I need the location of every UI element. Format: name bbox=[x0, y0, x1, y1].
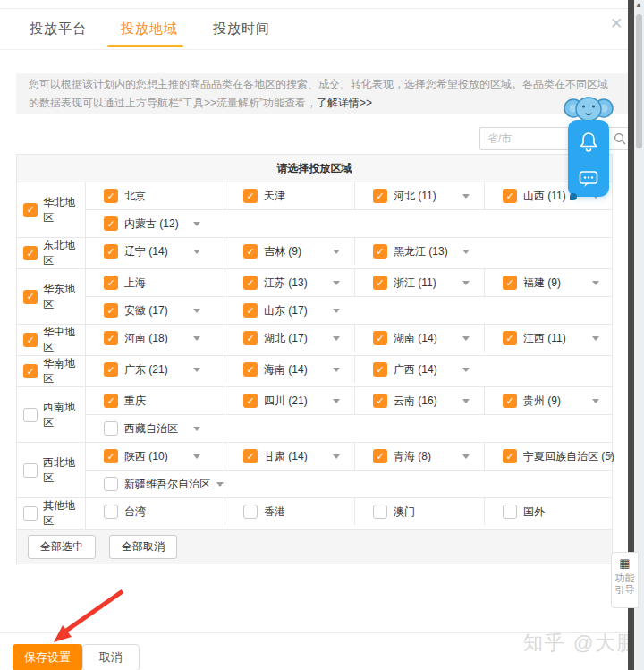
checkbox-checked[interactable] bbox=[23, 364, 38, 378]
checkbox-checked[interactable] bbox=[243, 394, 258, 408]
checkbox-unchecked[interactable] bbox=[23, 506, 38, 521]
province-label: 江苏 (13) bbox=[264, 276, 326, 291]
checkbox-checked[interactable] bbox=[243, 276, 258, 290]
checkbox-unchecked[interactable] bbox=[373, 505, 387, 519]
dropdown-caret-icon[interactable] bbox=[462, 454, 470, 459]
checkbox-checked[interactable] bbox=[503, 189, 517, 203]
checkbox-checked[interactable] bbox=[243, 331, 258, 345]
checkbox-checked[interactable] bbox=[23, 290, 38, 304]
checkbox-checked[interactable] bbox=[503, 394, 517, 408]
feature-guide-button[interactable]: ▦ 功能引导 bbox=[611, 552, 639, 608]
dropdown-caret-icon[interactable] bbox=[193, 222, 200, 226]
checkbox-checked[interactable] bbox=[373, 331, 387, 345]
dropdown-caret-icon[interactable] bbox=[462, 336, 470, 341]
dropdown-caret-icon[interactable] bbox=[333, 250, 340, 254]
select-all-button[interactable]: 全部选中 bbox=[28, 535, 96, 559]
dropdown-caret-icon[interactable] bbox=[592, 399, 599, 403]
dropdown-caret-icon[interactable] bbox=[462, 281, 470, 285]
checkbox-checked[interactable] bbox=[23, 333, 38, 347]
province-label: 福建 (9) bbox=[523, 276, 586, 291]
dropdown-caret-icon[interactable] bbox=[592, 281, 599, 285]
checkbox-checked[interactable] bbox=[373, 449, 387, 463]
dropdown-caret-icon[interactable] bbox=[592, 336, 599, 341]
dropdown-caret-icon[interactable] bbox=[462, 194, 470, 199]
checkbox-checked[interactable] bbox=[503, 276, 517, 290]
dropdown-caret-icon[interactable] bbox=[462, 399, 470, 403]
checkbox-checked[interactable] bbox=[243, 244, 258, 259]
province-cell: 江苏 (13) bbox=[225, 269, 354, 296]
checkbox-checked[interactable] bbox=[373, 244, 387, 259]
checkbox-checked[interactable] bbox=[104, 189, 118, 203]
checkbox-checked[interactable] bbox=[243, 303, 258, 318]
dropdown-caret-icon[interactable] bbox=[333, 399, 340, 403]
dropdown-caret-icon[interactable] bbox=[216, 482, 224, 487]
province-cell: 江西 (11) bbox=[484, 325, 614, 352]
dropdown-caret-icon[interactable] bbox=[333, 368, 340, 372]
checkbox-unchecked[interactable] bbox=[243, 505, 258, 519]
bell-icon[interactable] bbox=[579, 131, 598, 152]
dropdown-caret-icon[interactable] bbox=[333, 281, 340, 285]
checkbox-checked[interactable] bbox=[503, 449, 517, 463]
checkbox-checked[interactable] bbox=[104, 276, 118, 290]
tab-platform[interactable]: 投放平台 bbox=[30, 21, 87, 38]
scrollbar-up-arrow[interactable]: ▲ bbox=[635, 2, 642, 9]
checkbox-checked[interactable] bbox=[243, 362, 258, 377]
province-label: 云南 (16) bbox=[394, 394, 456, 409]
province-line: 重庆四川 (21)云南 (16)贵州 (9) bbox=[86, 387, 612, 414]
dropdown-caret-icon[interactable] bbox=[333, 309, 340, 313]
province-cell: 新疆维吾尔自治区 bbox=[86, 471, 225, 497]
tab-time[interactable]: 投放时间 bbox=[213, 21, 270, 38]
dropdown-caret-icon[interactable] bbox=[333, 454, 340, 459]
dropdown-caret-icon[interactable] bbox=[193, 454, 200, 459]
empty-cell bbox=[484, 356, 612, 383]
province-label: 湖南 (14) bbox=[394, 331, 456, 346]
cancel-button[interactable]: 取消 bbox=[82, 644, 140, 670]
chat-icon[interactable] bbox=[578, 168, 599, 190]
checkbox-checked[interactable] bbox=[243, 189, 258, 203]
province-cell: 吉林 (9) bbox=[225, 238, 354, 265]
province-label: 内蒙古 (12) bbox=[124, 216, 187, 232]
scrollbar-thumb[interactable] bbox=[636, 14, 642, 148]
checkbox-checked[interactable] bbox=[104, 449, 118, 463]
checkbox-checked[interactable] bbox=[104, 244, 118, 259]
checkbox-unchecked[interactable] bbox=[23, 408, 38, 422]
checkbox-checked[interactable] bbox=[104, 303, 118, 318]
province-cell: 西藏自治区 bbox=[86, 415, 225, 442]
checkbox-checked[interactable] bbox=[373, 189, 387, 203]
dropdown-caret-icon[interactable] bbox=[193, 309, 200, 313]
checkbox-checked[interactable] bbox=[373, 394, 387, 408]
dropdown-caret-icon[interactable] bbox=[193, 250, 200, 254]
dropdown-caret-icon[interactable] bbox=[193, 427, 200, 431]
checkbox-checked[interactable] bbox=[23, 246, 38, 260]
checkbox-unchecked[interactable] bbox=[104, 421, 118, 436]
checkbox-unchecked[interactable] bbox=[104, 505, 118, 519]
checkbox-checked[interactable] bbox=[373, 362, 387, 377]
checkbox-unchecked[interactable] bbox=[503, 505, 517, 519]
checkbox-checked[interactable] bbox=[243, 449, 258, 463]
checkbox-checked[interactable] bbox=[104, 331, 118, 345]
save-settings-button[interactable]: 保存设置 bbox=[13, 644, 82, 670]
checkbox-unchecked[interactable] bbox=[23, 463, 38, 478]
dropdown-caret-icon[interactable] bbox=[193, 336, 200, 341]
dropdown-caret-icon[interactable] bbox=[193, 368, 200, 372]
tab-region[interactable]: 投放地域 bbox=[121, 21, 178, 38]
checkbox-checked[interactable] bbox=[373, 276, 387, 290]
search-icon[interactable] bbox=[614, 132, 626, 145]
notice-link[interactable]: 了解详情>> bbox=[317, 97, 372, 109]
checkbox-checked[interactable] bbox=[503, 331, 517, 345]
checkbox-checked[interactable] bbox=[23, 203, 38, 217]
dropdown-caret-icon[interactable] bbox=[462, 250, 470, 254]
province-cell: 山东 (17) bbox=[225, 297, 354, 324]
checkbox-checked[interactable] bbox=[104, 216, 118, 231]
checkbox-checked[interactable] bbox=[104, 394, 118, 408]
close-icon[interactable]: ✕ bbox=[610, 16, 623, 31]
dropdown-caret-icon[interactable] bbox=[606, 454, 614, 459]
checkbox-checked[interactable] bbox=[104, 362, 118, 377]
checkbox-unchecked[interactable] bbox=[104, 477, 118, 491]
dropdown-caret-icon[interactable] bbox=[462, 368, 470, 372]
province-cell: 辽宁 (14) bbox=[86, 238, 225, 265]
region-group-cell: 华南地区 bbox=[17, 356, 86, 386]
dropdown-caret-icon[interactable] bbox=[333, 336, 340, 341]
deselect-all-button[interactable]: 全部取消 bbox=[109, 535, 177, 559]
province-cell: 上海 bbox=[86, 269, 225, 296]
